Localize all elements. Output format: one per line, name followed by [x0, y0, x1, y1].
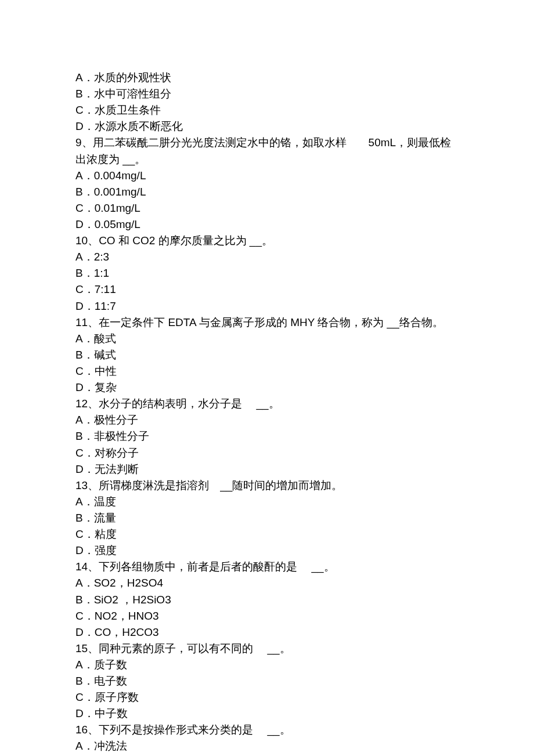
option-b: B．0.001mg/L [75, 184, 459, 200]
option-d: D．中子数 [75, 706, 459, 722]
option-c: C．NO2，HNO3 [75, 608, 459, 624]
option-a: A．酸式 [75, 331, 459, 347]
option-c: C．7:11 [75, 281, 459, 298]
option-a: A．质子数 [75, 657, 459, 673]
option-a: A．冲洗法 [75, 738, 459, 754]
option-b: B．非极性分子 [75, 428, 459, 444]
option-a: A．SO2，H2SO4 [75, 575, 459, 591]
option-d: D．无法判断 [75, 461, 459, 478]
option-d: D．强度 [75, 542, 459, 559]
option-c: C．0.01mg/L [75, 200, 459, 216]
option-c: C．中性 [75, 363, 459, 379]
option-a: A．水质的外观性状 [75, 70, 459, 86]
option-b: B．SiO2 ，H2SiO3 [75, 592, 459, 608]
option-b: B．电子数 [75, 673, 459, 689]
option-a: A．0.004mg/L [75, 168, 459, 184]
option-d: D．11:7 [75, 298, 459, 314]
question-stem: 12、水分子的结构表明，水分子是 __。 [75, 396, 459, 412]
option-a: A．极性分子 [75, 412, 459, 428]
option-c: C．粘度 [75, 526, 459, 542]
option-c: C．对称分子 [75, 445, 459, 461]
question-stem: 10、CO 和 CO2 的摩尔质量之比为 __。 [75, 233, 459, 249]
question-stem: 11、在一定条件下 EDTA 与金属离子形成的 MHY 络合物，称为 __络合物… [75, 314, 459, 331]
option-d: D．CO，H2CO3 [75, 624, 459, 641]
option-c: C．原子序数 [75, 689, 459, 706]
question-stem: 16、下列不是按操作形式来分类的是 __。 [75, 722, 459, 738]
question-stem: 15、同种元素的原子，可以有不同的 __。 [75, 641, 459, 657]
option-b: B．碱式 [75, 347, 459, 363]
option-d: D．水源水质不断恶化 [75, 118, 459, 135]
option-b: B．水中可溶性组分 [75, 86, 459, 102]
option-a: A．2:3 [75, 249, 459, 265]
question-stem: 9、用二苯碳酰二肼分光光度法测定水中的铬，如取水样 50mL，则最低检出浓度为 … [75, 135, 459, 167]
question-stem: 14、下列各组物质中，前者是后者的酸酐的是 __。 [75, 559, 459, 575]
option-c: C．水质卫生条件 [75, 102, 459, 118]
option-b: B．流量 [75, 510, 459, 526]
option-d: D．复杂 [75, 379, 459, 396]
option-b: B．1:1 [75, 265, 459, 281]
option-d: D．0.05mg/L [75, 216, 459, 233]
option-a: A．温度 [75, 494, 459, 510]
question-stem: 13、所谓梯度淋洗是指溶剂 __随时间的增加而增加。 [75, 478, 459, 494]
document-page: A．水质的外观性状 B．水中可溶性组分 C．水质卫生条件 D．水源水质不断恶化 … [0, 0, 534, 756]
